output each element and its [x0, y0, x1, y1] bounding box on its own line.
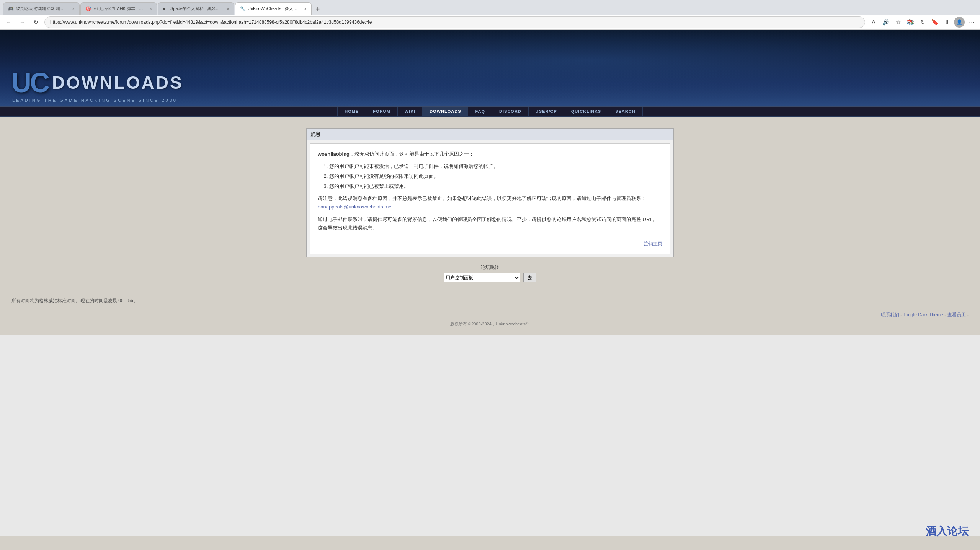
nav-downloads-link[interactable]: DOWNLOADS: [423, 107, 468, 116]
tab-2-label: 76 无后坐力 AHK 脚本 - 守望先锋: [93, 6, 146, 11]
new-tab-button[interactable]: +: [312, 4, 323, 15]
tab-3-favicon: ♠: [163, 6, 168, 11]
forum-jump-go-button[interactable]: 去: [523, 273, 536, 282]
site-logo-area: UC DOWNLOADS LEADING THE GAME HACKING SC…: [0, 69, 183, 103]
nav-usercp-link[interactable]: USER/CP: [529, 107, 564, 116]
nav-faq-link[interactable]: FAQ: [468, 107, 492, 116]
profile-icon[interactable]: 👤: [954, 17, 965, 28]
message-reason-1: 您的用户帐户可能未被激活，已发送一封电子邮件，说明如何激活您的帐户。: [329, 162, 662, 171]
tab-1-label: 破走论坛 游戏辅助网-辅助论坛: [16, 6, 69, 11]
reload-button[interactable]: ↻: [31, 17, 41, 28]
browser-chrome: 🎮 破走论坛 游戏辅助网-辅助论坛 × 🎯 76 无后坐力 AHK 脚本 - 守…: [0, 0, 980, 30]
message-box: 消息 woshilaobing，您无权访问此页面，这可能是由于以下几个原因之一：…: [306, 128, 674, 257]
page-wrapper: UC DOWNLOADS LEADING THE GAME HACKING SC…: [0, 30, 980, 536]
message-reason-3: 您的用户帐户可能已被禁止或禁用。: [329, 182, 662, 190]
nav-faq[interactable]: FAQ: [468, 107, 492, 116]
tab-bar: 🎮 破走论坛 游戏辅助网-辅助论坛 × 🎯 76 无后坐力 AHK 脚本 - 守…: [0, 0, 980, 15]
tab-4-favicon: 🔧: [240, 6, 245, 11]
tab-4-label: UnKnoWnCheaTs - 多人游戏黑客: [248, 6, 301, 11]
tab-4-close[interactable]: ×: [304, 7, 307, 11]
message-reasons-list: 您的用户帐户可能未被激活，已发送一封电子邮件，说明如何激活您的帐户。 您的用户帐…: [329, 162, 662, 190]
nav-quicklinks-link[interactable]: QUICKLINKS: [564, 107, 608, 116]
forum-jump: 论坛跳转 用户控制面板 首页 论坛 下载 去: [11, 264, 969, 282]
tab-1[interactable]: 🎮 破走论坛 游戏辅助网-辅助论坛 ×: [3, 2, 80, 15]
download-icon[interactable]: ⬇: [942, 17, 952, 28]
footer-links: 联系我们 - Toggle Dark Theme - 查看员工 -: [11, 312, 969, 318]
main-content: 消息 woshilaobing，您无权访问此页面，这可能是由于以下几个原因之一：…: [0, 117, 980, 294]
nav-wiki[interactable]: WIKI: [398, 107, 423, 116]
tab-3-label: Spade的个人资料 - 黑米辅助游戏: [170, 6, 223, 11]
nav-search-link[interactable]: SEARCH: [608, 107, 642, 116]
read-aloud-icon[interactable]: 🔊: [880, 17, 891, 28]
bookmark-icon[interactable]: 🔖: [929, 17, 940, 28]
site-header: UC DOWNLOADS LEADING THE GAME HACKING SC…: [0, 30, 980, 106]
message-box-title: 消息: [307, 129, 673, 140]
logo-tagline: LEADING THE GAME HACKING SCENE SINCE 200…: [11, 98, 177, 103]
message-email-link[interactable]: banappeals@unknowncheats.me: [318, 204, 391, 210]
message-intro-text: woshilaobing，您无权访问此页面，这可能是由于以下几个原因之一：: [318, 150, 662, 158]
translate-icon[interactable]: A: [868, 17, 879, 28]
site-nav: HOME FORUM WIKI DOWNLOADS FAQ DISCORD US…: [0, 106, 980, 117]
tab-2[interactable]: 🎯 76 无后坐力 AHK 脚本 - 守望先锋 ×: [80, 2, 157, 15]
tab-3-close[interactable]: ×: [227, 7, 229, 11]
message-username: woshilaobing: [318, 151, 350, 157]
tab-1-close[interactable]: ×: [72, 7, 75, 11]
nav-discord[interactable]: DISCORD: [492, 107, 529, 116]
favorites-icon[interactable]: ☆: [893, 17, 903, 28]
tab-3[interactable]: ♠ Spade的个人资料 - 黑米辅助游戏 ×: [158, 2, 234, 15]
forum-jump-label: 论坛跳转: [481, 264, 499, 271]
nav-wiki-link[interactable]: WIKI: [398, 107, 423, 116]
logout-link[interactable]: 注销主页: [318, 237, 662, 247]
forum-jump-select[interactable]: 用户控制面板 首页 论坛 下载: [444, 273, 520, 282]
footer-separator-2: -: [944, 312, 947, 317]
toolbar-icons: A 🔊 ☆ 📚 ↻ 🔖 ⬇ 👤 ⋯: [868, 17, 977, 28]
forward-button[interactable]: →: [17, 17, 28, 28]
footer-link-theme[interactable]: Toggle Dark Theme: [903, 312, 943, 317]
url-bar[interactable]: [44, 16, 865, 28]
logo-uc: UC: [11, 69, 48, 96]
nav-quicklinks[interactable]: QUICKLINKS: [564, 107, 608, 116]
back-button[interactable]: ←: [3, 17, 14, 28]
nav-home-link[interactable]: HOME: [337, 107, 366, 116]
tab-2-favicon: 🎯: [85, 6, 91, 11]
nav-search[interactable]: SEARCH: [608, 107, 642, 116]
nav-forum[interactable]: FORUM: [366, 107, 397, 116]
message-reason-2: 您的用户帐户可能没有足够的权限来访问此页面。: [329, 172, 662, 181]
collections-icon[interactable]: 📚: [905, 17, 916, 28]
nav-usercp[interactable]: USER/CP: [529, 107, 564, 116]
logo-main: UC DOWNLOADS: [11, 69, 183, 96]
tab-1-favicon: 🎮: [8, 6, 13, 11]
message-note1: 请注意，此错误消息有多种原因，并不总是表示已被禁止。如果您想讨论此错误，以便更好…: [318, 194, 662, 211]
footer-link-contact[interactable]: 联系我们: [881, 312, 899, 317]
footer-copyright: 版权所有 ©2000-2024，Unknowncheats™: [11, 321, 969, 327]
address-bar-row: ← → ↻ A 🔊 ☆ 📚 ↻ 🔖 ⬇ 👤 ⋯: [0, 15, 980, 30]
nav-home[interactable]: HOME: [337, 107, 366, 116]
footer-time: 所有时间均为格林威治标准时间。现在的时间是凌晨 05：56。: [11, 298, 969, 304]
refresh-icon[interactable]: ↻: [917, 17, 928, 28]
site-footer: 所有时间均为格林威治标准时间。现在的时间是凌晨 05：56。 联系我们 - To…: [0, 294, 980, 335]
tab-4[interactable]: 🔧 UnKnoWnCheaTs - 多人游戏黑客 ×: [235, 2, 312, 15]
nav-forum-link[interactable]: FORUM: [366, 107, 397, 116]
footer-separator-3: -: [967, 312, 969, 317]
message-box-content: woshilaobing，您无权访问此页面，这可能是由于以下几个原因之一： 您的…: [310, 143, 670, 254]
forum-jump-row: 用户控制面板 首页 论坛 下载 去: [444, 273, 536, 282]
logo-downloads-text: DOWNLOADS: [52, 72, 183, 93]
message-note1-text: 请注意，此错误消息有多种原因，并不总是表示已被禁止。如果您想讨论此错误，以便更好…: [318, 195, 646, 201]
nav-discord-link[interactable]: DISCORD: [492, 107, 529, 116]
settings-icon[interactable]: ⋯: [966, 17, 977, 28]
nav-downloads[interactable]: DOWNLOADS: [423, 107, 468, 116]
message-note2: 通过电子邮件联系时，请提供尽可能多的背景信息，以便我们的管理员全面了解您的情况。…: [318, 215, 662, 232]
tab-2-close[interactable]: ×: [150, 7, 152, 11]
footer-link-staff[interactable]: 查看员工: [947, 312, 966, 317]
message-intro: ，您无权访问此页面，这可能是由于以下几个原因之一：: [350, 151, 474, 157]
